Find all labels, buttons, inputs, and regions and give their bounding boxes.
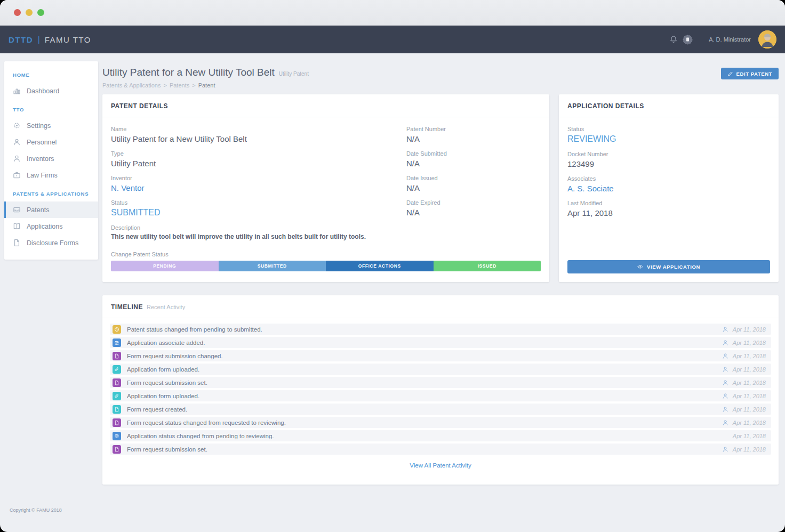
content-area: HOMEDashboardTTOSettingsPersonnelInvento… — [0, 53, 785, 532]
field-label: Associates — [567, 175, 770, 182]
field-value-date-expired: N/A — [406, 208, 541, 217]
navbar-right: A. D. Ministrator — [669, 30, 776, 49]
timeline-row: Application form uploaded.Apr 11, 2018 — [110, 364, 771, 375]
details-cards-row: PATENT DETAILS NameUtility Patent for a … — [102, 94, 779, 282]
sidebar-item-label: Patents — [27, 206, 49, 214]
breadcrumb-separator: > — [192, 82, 195, 88]
status-segment-submitted[interactable]: SUBMITTED — [219, 261, 326, 271]
sidebar: HOMEDashboardTTOSettingsPersonnelInvento… — [4, 61, 98, 260]
sidebar-item-label: Disclosure Forms — [27, 239, 78, 247]
page-title-tag: Utility Patent — [279, 71, 309, 77]
form-icon — [113, 445, 121, 454]
breadcrumb-item-patents[interactable]: Patents — [170, 82, 189, 88]
change-patent-status: Change Patent Status PENDINGSUBMITTEDOFF… — [111, 251, 541, 271]
brand-separator: | — [38, 35, 40, 44]
user-avatar[interactable] — [758, 30, 776, 49]
timeline-row: Form request status changed from request… — [110, 417, 771, 428]
briefcase-icon — [13, 171, 21, 179]
user-name[interactable]: A. D. Ministrator — [709, 36, 751, 43]
zoom-window-button[interactable] — [37, 9, 44, 16]
sidebar-item-label: Dashboard — [27, 87, 59, 95]
field-value-type: Utility Patent — [111, 159, 406, 168]
sidebar-section-label: HOME — [4, 65, 98, 83]
sidebar-item-dashboard[interactable]: Dashboard — [4, 83, 98, 99]
field-value-inventor[interactable]: N. Ventor — [111, 183, 406, 192]
page-title: Utility Patent for a New Utility Tool Be… — [102, 67, 275, 78]
timeline-date: Apr 11, 2018 — [732, 393, 766, 399]
status-segment-pending[interactable]: PENDING — [111, 261, 219, 271]
user-icon — [722, 393, 728, 399]
person-icon — [13, 155, 21, 163]
field-value-associates[interactable]: A. S. Sociate — [567, 184, 770, 193]
field-label: Patent Number — [406, 126, 541, 132]
field-label: Status — [567, 126, 770, 132]
copyright-footer: Copyright © FAMU 2018 — [10, 507, 62, 513]
sidebar-item-label: Settings — [27, 122, 51, 130]
edit-patent-button[interactable]: EDIT PATENT — [721, 68, 779, 79]
sidebar-item-patents[interactable]: Patents — [4, 201, 98, 218]
main-panel: Utility Patent for a New Utility Tool Be… — [102, 53, 779, 485]
user-icon — [722, 380, 728, 386]
timeline-row: Form request submission set.Apr 11, 2018 — [110, 377, 771, 388]
field-docket-number: Docket Number123499 — [567, 151, 770, 168]
user-icon — [722, 366, 728, 373]
timeline-title: TIMELINE — [111, 303, 143, 311]
timeline-date: Apr 11, 2018 — [732, 326, 766, 333]
brand-logo[interactable]: DTTD — [9, 35, 33, 44]
field-patent-number: Patent NumberN/A — [406, 126, 541, 143]
view-application-button[interactable]: VIEW APPLICATION — [567, 260, 770, 273]
timeline-date: Apr 11, 2018 — [732, 420, 766, 426]
field-date-expired: Date ExpiredN/A — [406, 199, 541, 217]
person-icon — [13, 138, 21, 146]
timeline-row: Application form uploaded.Apr 11, 2018 — [110, 390, 771, 401]
field-label: Date Expired — [406, 199, 541, 206]
sidebar-item-settings[interactable]: Settings — [4, 117, 98, 134]
scales-icon — [113, 432, 121, 440]
view-all-patent-activity-link[interactable]: View All Patent Activity — [102, 462, 779, 469]
breadcrumb-item-patents-applications[interactable]: Patents & Applications — [102, 82, 161, 88]
sidebar-item-personnel[interactable]: Personnel — [4, 134, 98, 150]
sidebar-item-label: Personnel — [27, 139, 57, 146]
sidebar-item-inventors[interactable]: Inventors — [4, 150, 98, 167]
patent-fields-left: NameUtility Patent for a New Utility Too… — [111, 126, 406, 247]
field-value-name: Utility Patent for a New Utility Tool Be… — [111, 134, 406, 143]
paperclip-icon — [113, 392, 121, 400]
page-header: Utility Patent for a New Utility Tool Be… — [102, 67, 779, 88]
form-icon — [113, 352, 121, 360]
timeline-row: Form request submission set.Apr 11, 2018 — [110, 444, 771, 455]
timeline-row: Application associate added.Apr 11, 2018 — [110, 337, 771, 348]
status-segment-office-actions[interactable]: OFFICE ACTIONS — [326, 261, 434, 271]
pencil-icon — [727, 71, 733, 77]
timeline-event-text: Application associate added. — [127, 340, 205, 346]
user-icon — [722, 446, 728, 453]
user-icon — [722, 326, 728, 333]
timeline-meta: Apr 11, 2018 — [722, 393, 766, 399]
breadcrumb: Patents & Applications>Patents>Patent — [102, 82, 779, 88]
sidebar-section-label: TTO — [4, 99, 98, 117]
window-chrome-bar — [0, 0, 785, 26]
field-label: Docket Number — [567, 151, 770, 157]
minimize-window-button[interactable] — [26, 9, 33, 16]
sidebar-item-disclosure-forms[interactable]: Disclosure Forms — [4, 235, 98, 251]
field-label: Status — [111, 199, 406, 206]
document-icon — [13, 239, 21, 247]
patent-fields-right: Patent NumberN/ADate SubmittedN/ADate Is… — [406, 126, 541, 247]
form-icon — [113, 418, 121, 427]
notification-badge-icon[interactable] — [683, 35, 693, 45]
bell-icon[interactable] — [669, 35, 678, 44]
form-icon — [113, 378, 121, 387]
timeline-meta: Apr 11, 2018 — [722, 353, 766, 359]
field-description: DescriptionThis new utility tool belt wi… — [111, 224, 406, 240]
field-label: Date Issued — [406, 175, 541, 181]
timeline-event-text: Application form uploaded. — [127, 393, 199, 399]
status-segment-issued[interactable]: ISSUED — [434, 261, 541, 271]
timeline-meta: Apr 11, 2018 — [732, 433, 766, 439]
patent-details-card: PATENT DETAILS NameUtility Patent for a … — [102, 94, 549, 282]
change-status-label: Change Patent Status — [111, 251, 541, 257]
timeline-meta: Apr 11, 2018 — [722, 380, 766, 386]
field-date-submitted: Date SubmittedN/A — [406, 150, 541, 168]
sidebar-item-law-firms[interactable]: Law Firms — [4, 167, 98, 183]
app-window: DTTD | FAMU TTO A. D. Ministrator HOMEDa… — [0, 0, 785, 532]
sidebar-item-applications[interactable]: Applications — [4, 218, 98, 235]
close-window-button[interactable] — [14, 9, 21, 16]
